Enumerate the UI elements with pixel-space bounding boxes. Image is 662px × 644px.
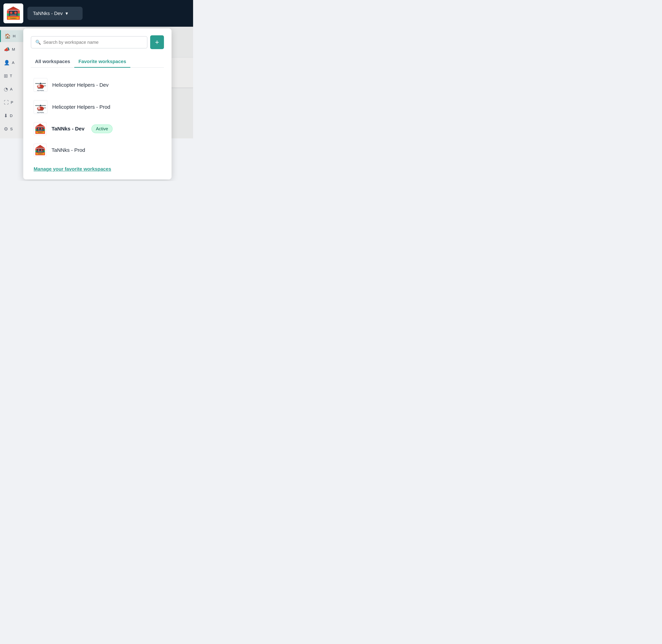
tab-favorite-workspaces[interactable]: Favorite workspaces [74, 56, 130, 68]
workspace-logo-tannks-prod: TANNKS [34, 143, 47, 157]
workspace-name-hh-prod: Helicopter Helpers - Prod [52, 104, 110, 110]
manage-favorites-section: Manage your favorite workspaces [31, 166, 164, 172]
svg-text:HILPPERS: HILPPERS [37, 112, 44, 113]
svg-point-42 [38, 149, 40, 151]
search-input[interactable] [43, 40, 143, 45]
svg-point-32 [38, 128, 40, 130]
chevron-down-icon: ▾ [66, 10, 68, 16]
svg-rect-23 [38, 110, 43, 111]
workspace-tabs: All workspaces Favorite workspaces [31, 56, 164, 68]
tannks-logo-icon: TANNKS [5, 5, 22, 22]
svg-marker-1 [7, 6, 20, 10]
svg-text:✕: ✕ [38, 85, 40, 88]
tab-all-workspaces[interactable]: All workspaces [31, 56, 74, 68]
workspace-item-tannks-dev[interactable]: TANNKS TaNNks - Dev Active [31, 118, 164, 139]
manage-favorites-link[interactable]: Manage your favorite workspaces [34, 166, 111, 171]
main-content: 🏠 H 📣 M 👤 A ⊞ T ◔ A ⛶ P ⬇ D ⚙ S [0, 27, 193, 138]
svg-rect-22 [43, 108, 46, 108]
svg-text:TANNKS: TANNKS [38, 153, 43, 155]
workspace-item-hh-prod[interactable]: ✕ HILPPERS Helicopter Helpers - Prod [31, 96, 164, 118]
svg-text:TANNKS: TANNKS [38, 132, 43, 133]
top-bar: TANNKS TaNNks - Dev ▾ [0, 0, 193, 27]
svg-rect-44 [38, 151, 43, 152]
svg-rect-34 [38, 130, 43, 131]
svg-text:HILPPERS: HILPPERS [37, 90, 44, 91]
search-box[interactable]: 🔍 [31, 36, 148, 48]
active-badge: Active [91, 124, 113, 133]
add-workspace-button[interactable]: + [150, 35, 164, 49]
workspace-selector-name: TaNNks - Dev [33, 11, 63, 16]
workspace-item-tannks-prod[interactable]: TANNKS TaNNks - Prod [31, 139, 164, 161]
svg-point-4 [10, 12, 13, 14]
search-row: 🔍 + [31, 35, 164, 49]
svg-rect-14 [38, 88, 43, 89]
workspace-logo-tannks-dev: TANNKS [34, 122, 47, 135]
svg-point-33 [41, 128, 43, 130]
search-icon: 🔍 [35, 40, 41, 45]
svg-point-43 [41, 149, 43, 151]
workspace-dropdown: 🔍 + All workspaces Favorite workspaces [23, 28, 172, 179]
svg-text:✕: ✕ [38, 107, 40, 110]
svg-text:TANNKS: TANNKS [10, 17, 17, 19]
app-logo: TANNKS [3, 3, 23, 23]
workspace-selector[interactable]: TaNNks - Dev ▾ [27, 7, 83, 20]
workspace-logo-hh-dev: ✕ HILPPERS [34, 78, 47, 92]
svg-rect-13 [43, 86, 46, 86]
svg-point-5 [14, 12, 17, 14]
workspace-item-hh-dev[interactable]: ✕ HILPPERS Helicopter Helpers - Dev [31, 74, 164, 96]
workspace-list: ✕ HILPPERS Helicopter Helpers - Dev [31, 74, 164, 161]
workspace-name-hh-dev: Helicopter Helpers - Dev [52, 82, 109, 88]
svg-point-12 [40, 83, 41, 84]
svg-rect-6 [10, 15, 17, 16]
workspace-name-tannks-prod: TaNNks - Prod [51, 147, 85, 153]
workspace-name-tannks-dev: TaNNks - Dev [51, 126, 85, 132]
workspace-logo-hh-prod: ✕ HILPPERS [34, 100, 47, 114]
svg-point-21 [40, 105, 41, 106]
